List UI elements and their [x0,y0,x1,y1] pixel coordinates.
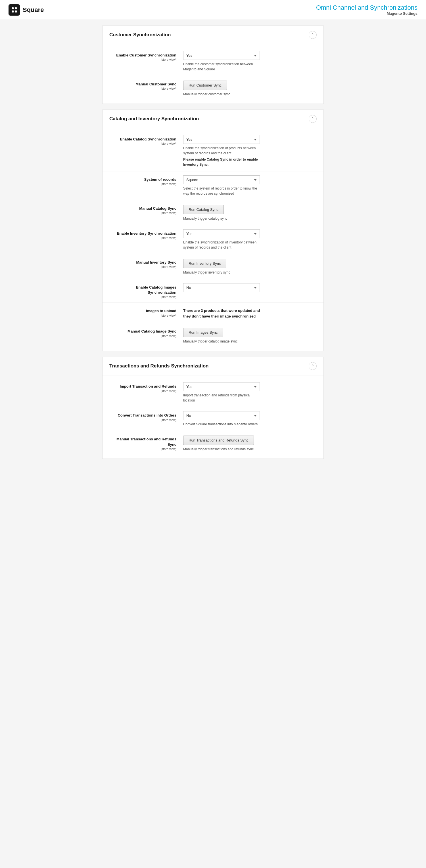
button-manual-inventory-sync[interactable]: Run Inventory Sync [183,259,226,268]
field-store-view: [store view] [109,314,176,317]
field-row-enable-inventory-sync: Enable Inventory Synchronization [store … [103,225,323,254]
field-label-col-system-of-records: System of records [store view] [109,175,183,186]
field-label: Manual Customer Sync [109,82,176,87]
field-control-col-manual-catalog-sync: Run Catalog SyncManually trigger catalog… [183,204,317,221]
field-desc: Enable the synchronization of inventory … [183,240,263,250]
field-desc: Import transaction and refunds from phys… [183,393,263,403]
field-label: Enable Inventory Synchronization [109,231,176,236]
button-manual-catalog-sync[interactable]: Run Catalog Sync [183,205,224,214]
section-header-transactions-refunds-sync[interactable]: Transactions and Refunds Synchronization… [103,357,323,375]
select-enable-inventory-sync[interactable]: YesNo [183,229,260,238]
button-manual-transactions-refunds-sync[interactable]: Run Transactions and Refunds Sync [183,436,254,445]
field-label-col-manual-transactions-refunds-sync: Manual Transactions and Refunds Sync [st… [109,435,183,450]
field-desc: Manually trigger catalog image sync [183,339,263,344]
field-desc: Convert Square transactions into Magento… [183,422,263,427]
logo-text: Square [23,6,44,13]
svg-rect-1 [15,7,17,9]
field-label: Enable Catalog Images Synchronization [109,285,176,295]
logo-area: Square [8,4,44,16]
field-control-col-convert-transactions-orders: YesNoConvert Square transactions into Ma… [183,411,317,427]
field-label-col-enable-catalog-images-sync: Enable Catalog Images Synchronization [s… [109,283,183,299]
field-label: Manual Catalog Image Sync [109,329,176,334]
section-body-transactions-refunds-sync: Import Transaction and Refunds [store vi… [103,375,323,459]
field-desc: Manually trigger customer sync [183,92,263,97]
field-control-col-system-of-records: SquareMagentoSelect the system of record… [183,175,317,196]
field-row-images-to-upload: Images to upload [store view] There are … [103,303,323,323]
collapse-button[interactable]: ⌃ [309,115,317,123]
svg-rect-2 [12,10,13,12]
section-header-catalog-inventory-sync[interactable]: Catalog and Inventory Synchronization ⌃ [103,110,323,128]
field-label: Manual Transactions and Refunds Sync [109,437,176,447]
field-control-col-enable-catalog-images-sync: YesNo [183,283,317,292]
button-manual-catalog-image-sync[interactable]: Run Images Sync [183,328,223,337]
field-desc-bold: Please enable Catalog Sync in order to e… [183,157,263,167]
field-store-view: [store view] [109,87,176,90]
section-title: Transactions and Refunds Synchronization [109,363,209,369]
field-control-col-manual-catalog-image-sync: Run Images SyncManually trigger catalog … [183,327,317,344]
section-body-catalog-inventory-sync: Enable Catalog Synchronization [store vi… [103,128,323,351]
field-store-view: [store view] [109,447,176,451]
field-label: System of records [109,177,176,182]
field-desc: Enable the synchronization of products b… [183,146,263,156]
field-label-col-enable-customer-sync: Enable Customer Synchronization [store v… [109,51,183,61]
field-control-col-manual-customer-sync: Run Customer SyncManually trigger custom… [183,80,317,97]
field-label-col-manual-customer-sync: Manual Customer Sync [store view] [109,80,183,90]
section-customer-sync: Customer Synchronization ⌃ Enable Custom… [102,26,324,104]
field-row-convert-transactions-orders: Convert Transactions into Orders [store … [103,407,323,431]
section-header-customer-sync[interactable]: Customer Synchronization ⌃ [103,26,323,44]
logo-icon [8,4,20,16]
select-enable-catalog-sync[interactable]: YesNo [183,135,260,144]
field-store-view: [store view] [109,182,176,186]
field-desc: Select the system of records in order to… [183,186,263,196]
collapse-button[interactable]: ⌃ [309,31,317,39]
field-store-view: [store view] [109,389,176,393]
field-control-col-manual-transactions-refunds-sync: Run Transactions and Refunds SyncManuall… [183,435,317,452]
field-row-manual-customer-sync: Manual Customer Sync [store view] Run Cu… [103,76,323,101]
field-row-system-of-records: System of records [store view] SquareMag… [103,172,323,200]
field-row-manual-catalog-sync: Manual Catalog Sync [store view] Run Cat… [103,200,323,225]
select-convert-transactions-orders[interactable]: YesNo [183,411,260,420]
field-row-manual-catalog-image-sync: Manual Catalog Image Sync [store view] R… [103,323,323,348]
header: Square Omni Channel and Synchronizations… [0,0,426,20]
field-store-view: [store view] [109,211,176,215]
section-transactions-refunds-sync: Transactions and Refunds Synchronization… [102,357,324,459]
select-system-of-records[interactable]: SquareMagento [183,175,260,184]
field-label: Manual Inventory Sync [109,260,176,265]
section-body-customer-sync: Enable Customer Synchronization [store v… [103,44,323,103]
field-label: Enable Catalog Synchronization [109,137,176,142]
field-label: Images to upload [109,308,176,314]
field-store-view: [store view] [109,265,176,269]
field-store-view: [store view] [109,142,176,145]
field-desc: Manually trigger catalog sync [183,216,263,221]
field-label-col-images-to-upload: Images to upload [store view] [109,307,183,317]
field-label: Manual Catalog Sync [109,206,176,211]
field-label-col-manual-catalog-image-sync: Manual Catalog Image Sync [store view] [109,327,183,337]
field-label-col-enable-inventory-sync: Enable Inventory Synchronization [store … [109,229,183,240]
field-label-col-enable-catalog-sync: Enable Catalog Synchronization [store vi… [109,135,183,145]
field-row-import-transactions-refunds: Import Transaction and Refunds [store vi… [103,378,323,407]
header-right: Omni Channel and Synchronizations Magent… [316,4,418,16]
select-enable-catalog-images-sync[interactable]: YesNo [183,283,260,292]
field-label: Import Transaction and Refunds [109,384,176,389]
svg-rect-0 [12,7,13,9]
field-desc: Enable the customer synchronization betw… [183,62,263,72]
section-title: Catalog and Inventory Synchronization [109,116,199,122]
section-title: Customer Synchronization [109,32,171,38]
field-label-col-manual-catalog-sync: Manual Catalog Sync [store view] [109,204,183,215]
page-title: Omni Channel and Synchronizations [316,4,418,11]
svg-rect-3 [15,10,17,12]
select-enable-customer-sync[interactable]: YesNo [183,51,260,60]
page-content: Customer Synchronization ⌃ Enable Custom… [102,20,324,476]
field-row-enable-catalog-images-sync: Enable Catalog Images Synchronization [s… [103,279,323,303]
select-import-transactions-refunds[interactable]: YesNo [183,382,260,391]
button-manual-customer-sync[interactable]: Run Customer Sync [183,81,227,90]
field-label-col-manual-inventory-sync: Manual Inventory Sync [store view] [109,258,183,269]
field-desc: Manually trigger transactions and refund… [183,446,263,452]
field-control-col-import-transactions-refunds: YesNoImport transaction and refunds from… [183,382,317,403]
field-control-col-manual-inventory-sync: Run Inventory SyncManually trigger inven… [183,258,317,275]
collapse-button[interactable]: ⌃ [309,362,317,370]
field-label-col-convert-transactions-orders: Convert Transactions into Orders [store … [109,411,183,422]
field-desc: Manually trigger inventory sync [183,270,263,275]
field-control-col-enable-inventory-sync: YesNoEnable the synchronization of inven… [183,229,317,250]
warning-images-to-upload: There are 3 products that were updated a… [183,308,263,319]
